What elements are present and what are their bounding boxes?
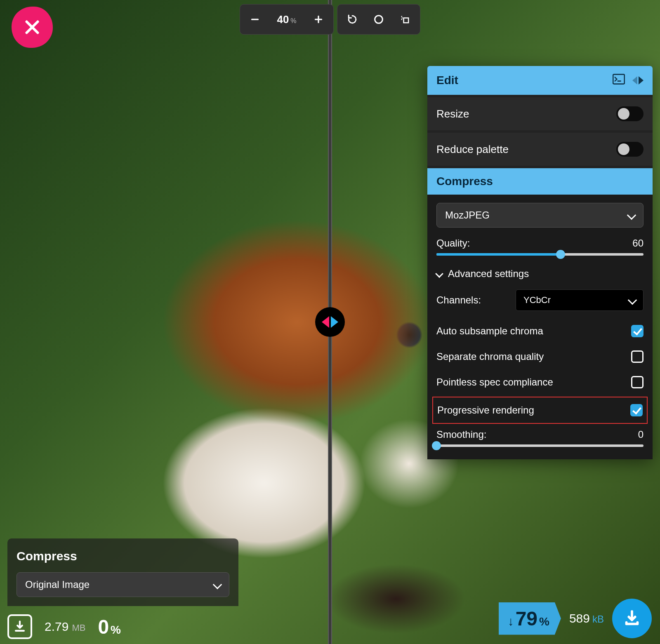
quality-value: 60 (632, 237, 644, 249)
separate-chroma-checkbox[interactable] (631, 350, 644, 363)
channels-label: Channels: (436, 294, 481, 306)
close-icon (23, 18, 42, 37)
settings-sidebar: Edit Resize Reduce palette Compress MozJ… (427, 66, 653, 459)
quality-slider[interactable] (436, 253, 644, 256)
svg-point-0 (375, 16, 383, 24)
left-panel: Compress Original Image 2.79 MB 0 % (7, 538, 238, 639)
chevron-down-icon (435, 270, 443, 278)
terminal-icon (613, 74, 625, 85)
left-format-select[interactable]: Original Image (16, 572, 229, 597)
rotate-button[interactable] (340, 7, 365, 32)
pointless-spec-row: Pointless spec compliance (436, 369, 644, 395)
transform-group (337, 4, 420, 35)
circle-icon (373, 14, 384, 25)
reduce-palette-row: Reduce palette (427, 133, 653, 166)
resize-toggle[interactable] (616, 106, 644, 121)
channels-row: Channels: YCbCr (436, 289, 644, 311)
quality-row: Quality: 60 (436, 237, 644, 249)
left-pct: 0 % (98, 616, 121, 638)
left-size-value: 2.79 (45, 620, 68, 634)
left-size: 2.79 MB (45, 620, 85, 634)
savings-value: 79 (516, 607, 537, 630)
smoothing-label: Smoothing: (436, 429, 486, 440)
left-panel-title: Compress (16, 549, 229, 563)
left-format-value: Original Image (25, 579, 90, 590)
download-left-button[interactable] (7, 614, 32, 639)
left-compress-card: Compress Original Image (7, 538, 238, 606)
zoom-number: 40 (277, 13, 289, 26)
triangle-left-icon (632, 76, 637, 85)
plus-icon (313, 14, 324, 25)
quality-label: Quality: (436, 237, 470, 249)
compress-section-label: Compress (436, 175, 493, 188)
slider-thumb[interactable] (556, 250, 565, 259)
codec-select[interactable]: MozJPEG (436, 203, 644, 228)
auto-subsample-row: Auto subsample chroma (436, 318, 644, 344)
advanced-label: Advanced settings (448, 268, 529, 280)
zoom-unit: % (290, 17, 296, 25)
compress-section-body: MozJPEG Quality: 60 Advanced settings Ch… (427, 195, 653, 459)
right-footer: ↓ 79 % 589kB (499, 599, 652, 638)
compress-section-header: Compress (427, 168, 653, 195)
resize-row: Resize (427, 97, 653, 130)
left-panel-footer: 2.79 MB 0 % (7, 614, 238, 639)
download-right-button[interactable] (612, 599, 652, 638)
smoothing-value: 0 (638, 429, 644, 440)
smoothing-slider[interactable] (436, 444, 644, 447)
chevron-down-icon (213, 580, 222, 590)
right-size: 589kB (569, 611, 604, 625)
triangle-right-icon (331, 316, 338, 328)
progressive-checkbox[interactable] (630, 404, 643, 416)
crop-icon (399, 14, 411, 25)
channels-value: YCbCr (523, 295, 551, 306)
divider-handle[interactable] (315, 307, 345, 337)
close-button[interactable] (12, 7, 53, 48)
advanced-toggle[interactable]: Advanced settings (436, 268, 644, 280)
download-icon (622, 609, 641, 628)
reduce-palette-label: Reduce palette (436, 143, 509, 156)
pointless-spec-checkbox[interactable] (631, 376, 644, 388)
separate-chroma-row: Separate chroma quality (436, 344, 644, 369)
reduce-palette-toggle[interactable] (616, 142, 644, 157)
download-icon (13, 620, 27, 634)
zoom-out-button[interactable] (243, 7, 267, 32)
cli-button[interactable] (613, 74, 625, 87)
smoothing-row: Smoothing: 0 (436, 429, 644, 440)
chevron-down-icon (628, 296, 637, 305)
separate-chroma-label: Separate chroma quality (436, 351, 544, 362)
channels-select[interactable]: YCbCr (516, 289, 644, 311)
arrow-down-icon: ↓ (508, 614, 514, 628)
codec-value: MozJPEG (445, 209, 490, 221)
pointless-spec-label: Pointless spec compliance (436, 376, 553, 388)
sidebar-title: Edit (436, 74, 458, 87)
svg-rect-2 (613, 74, 625, 84)
triangle-right-icon (639, 76, 644, 85)
right-size-value: 589 (569, 611, 590, 625)
savings-unit: % (539, 615, 549, 628)
minus-icon (250, 14, 260, 25)
zoom-in-button[interactable] (306, 7, 331, 32)
top-toolbar: 40 % (240, 4, 420, 35)
slider-thumb[interactable] (432, 441, 441, 450)
collapse-button[interactable] (632, 76, 644, 85)
sidebar-header: Edit (427, 66, 653, 95)
left-pct-unit: % (111, 623, 121, 637)
svg-rect-1 (404, 18, 409, 23)
auto-subsample-checkbox[interactable] (631, 325, 644, 337)
progressive-label: Progressive rendering (437, 404, 534, 416)
progressive-row: Progressive rendering (432, 397, 648, 424)
chevron-down-icon (627, 211, 636, 220)
background-button[interactable] (366, 7, 391, 32)
savings-badge: ↓ 79 % (499, 602, 561, 635)
auto-subsample-label: Auto subsample chroma (436, 325, 543, 337)
triangle-left-icon (322, 316, 329, 328)
left-pct-value: 0 (98, 616, 109, 638)
right-size-unit: kB (592, 613, 604, 625)
left-size-unit: MB (72, 623, 85, 633)
rotate-icon (346, 13, 358, 26)
resize-label: Resize (436, 108, 469, 120)
crop-button[interactable] (393, 7, 417, 32)
zoom-value: 40 % (269, 13, 304, 26)
zoom-group: 40 % (240, 4, 334, 35)
